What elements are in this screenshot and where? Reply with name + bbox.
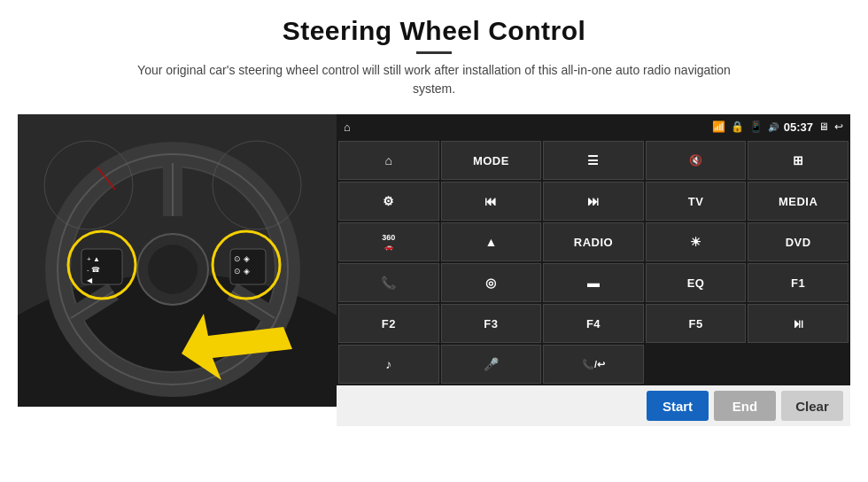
- sim-icon: 📱: [749, 120, 763, 133]
- media-btn[interactable]: MEDIA: [748, 182, 849, 221]
- screen-fit-btn[interactable]: ▬: [543, 263, 644, 302]
- f5-btn[interactable]: F5: [646, 304, 747, 343]
- screen-icon: 🖥: [818, 120, 829, 133]
- clear-button[interactable]: Clear: [781, 391, 843, 421]
- page-title: Steering Wheel Control: [124, 16, 744, 46]
- control-panel: ⌂ 📶 🔒 📱 🔊 05:37 🖥 ↩ ⌂ MODE ☰ 🔇: [337, 114, 850, 426]
- page-container: Steering Wheel Control Your original car…: [0, 0, 868, 482]
- apps-btn[interactable]: ⊞: [748, 141, 849, 180]
- settings-btn[interactable]: ⚙: [338, 182, 439, 221]
- svg-point-12: [148, 245, 198, 294]
- dvd-btn[interactable]: DVD: [748, 222, 849, 261]
- 360-btn[interactable]: 360🚗: [338, 222, 439, 261]
- mute-btn[interactable]: 🔇: [646, 141, 747, 180]
- f4-btn[interactable]: F4: [543, 304, 644, 343]
- svg-text:◀: ◀: [87, 276, 93, 284]
- bt-icon: 🔊: [768, 122, 779, 132]
- next-btn[interactable]: ⏭: [543, 182, 644, 221]
- prev-btn[interactable]: ⏮: [441, 182, 542, 221]
- content-row: + ▲ - ☎ ◀ ⊙ ◈ ⊙ ◈ ⌂: [18, 114, 850, 426]
- svg-text:+ ▲: + ▲: [87, 255, 100, 263]
- wifi-icon: 📶: [712, 120, 725, 133]
- wheel-image: + ▲ - ☎ ◀ ⊙ ◈ ⊙ ◈: [18, 114, 337, 407]
- title-section: Steering Wheel Control Your original car…: [124, 16, 744, 109]
- button-grid: ⌂ MODE ☰ 🔇 ⊞ ⚙ ⏮ ⏭ TV MEDIA 360🚗 ▲ RADIO…: [337, 139, 850, 385]
- phone-btn[interactable]: 📞: [338, 263, 439, 302]
- subtitle: Your original car's steering wheel contr…: [124, 61, 744, 98]
- lock-icon: 🔒: [731, 120, 744, 133]
- empty-btn-1: [646, 345, 747, 384]
- svg-text:- ☎: - ☎: [87, 266, 100, 274]
- mode-btn[interactable]: MODE: [441, 141, 542, 180]
- home-btn[interactable]: ⌂: [338, 141, 439, 180]
- navi-btn[interactable]: ◎: [441, 263, 542, 302]
- mic-btn[interactable]: 🎤: [441, 345, 542, 384]
- end-button[interactable]: End: [714, 391, 776, 421]
- music-btn[interactable]: ♪: [338, 345, 439, 384]
- radio-btn[interactable]: RADIO: [543, 222, 644, 261]
- status-time: 05:37: [784, 120, 813, 134]
- action-row: Start End Clear: [337, 385, 850, 426]
- start-button[interactable]: Start: [647, 391, 709, 421]
- home-status-icon: ⌂: [344, 120, 351, 134]
- title-divider: [416, 51, 452, 54]
- call-end-btn[interactable]: 📞/↩: [543, 345, 644, 384]
- status-bar: ⌂ 📶 🔒 📱 🔊 05:37 🖥 ↩: [337, 114, 850, 139]
- status-right: 📶 🔒 📱 🔊 05:37 🖥 ↩: [712, 120, 843, 134]
- empty-btn-2: [748, 345, 849, 384]
- f2-btn[interactable]: F2: [338, 304, 439, 343]
- f1-btn[interactable]: F1: [748, 263, 849, 302]
- play-pause-btn[interactable]: ⏯: [748, 304, 849, 343]
- list-btn[interactable]: ☰: [543, 141, 644, 180]
- f3-btn[interactable]: F3: [441, 304, 542, 343]
- tv-btn[interactable]: TV: [646, 182, 747, 221]
- eq-btn[interactable]: EQ: [646, 263, 747, 302]
- svg-text:⊙ ◈: ⊙ ◈: [234, 267, 250, 276]
- svg-text:⊙ ◈: ⊙ ◈: [234, 254, 250, 263]
- status-left: ⌂: [344, 120, 351, 134]
- back-icon: ↩: [834, 120, 843, 133]
- eject-btn[interactable]: ▲: [441, 222, 542, 261]
- brightness-btn[interactable]: ☀: [646, 222, 747, 261]
